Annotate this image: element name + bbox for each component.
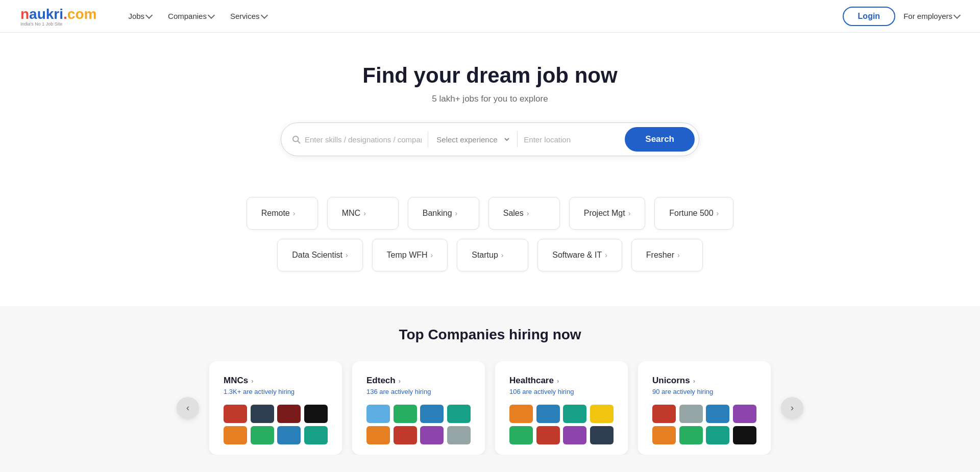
login-button[interactable]: Login [843, 7, 896, 26]
jobs-chevron-icon [145, 12, 153, 19]
company-card-unicorns[interactable]: Unicorns › 90 are actively hiring [638, 361, 771, 455]
company-card-mncs[interactable]: MNCs › 1.3K+ are actively hiring [209, 361, 342, 455]
for-employers-label: For employers [903, 12, 952, 20]
chip-arrow-icon: › [501, 251, 504, 259]
chip-arrow-icon: › [431, 251, 433, 259]
company-logo [509, 426, 533, 444]
logo-n: n [20, 6, 29, 22]
logo-aukri: aukri [29, 6, 63, 22]
company-logo [733, 426, 756, 444]
category-label: MNC [342, 209, 360, 218]
location-input[interactable] [524, 135, 621, 144]
company-card-subtitle: 90 are actively hiring [652, 388, 756, 395]
company-logo [366, 405, 390, 423]
categories-section: Remote ›MNC ›Banking ›Sales ›Project Mgt… [0, 187, 980, 306]
nav-companies[interactable]: Companies [161, 8, 221, 24]
card-arrow-icon: › [557, 377, 559, 385]
category-chip-project-mgt[interactable]: Project Mgt › [569, 197, 646, 230]
company-card-edtech[interactable]: Edtech › 136 are actively hiring [352, 361, 485, 455]
company-logo [277, 426, 301, 444]
chevron-right-icon: › [791, 403, 794, 413]
company-logos-grid [652, 405, 756, 444]
companies-carousel: ‹ MNCs › 1.3K+ are actively hiring Edtec… [0, 361, 980, 455]
companies-section: Top Companies hiring now ‹ MNCs › 1.3K+ … [0, 306, 980, 465]
company-logo [420, 426, 444, 444]
company-logo [224, 405, 247, 423]
category-chip-banking[interactable]: Banking › [408, 197, 479, 230]
chip-arrow-icon: › [527, 209, 529, 217]
chip-arrow-icon: › [605, 251, 607, 259]
company-logo [536, 405, 560, 423]
category-chip-sales[interactable]: Sales › [488, 197, 560, 230]
company-logo [536, 426, 560, 444]
company-card-subtitle: 106 are actively hiring [509, 388, 614, 395]
category-label: Fresher [646, 251, 674, 260]
site-logo[interactable]: naukri.com India's No 1 Job Site [20, 6, 96, 27]
company-card-title: Unicorns › [652, 376, 756, 386]
category-chip-temp-wfh[interactable]: Temp WFH › [372, 239, 448, 271]
company-card-healthcare[interactable]: Healthcare › 106 are actively hiring [495, 361, 628, 455]
company-card-subtitle: 1.3K+ are actively hiring [224, 388, 328, 395]
company-logos-grid [224, 405, 328, 444]
card-arrow-icon: › [399, 377, 401, 385]
svg-point-0 [293, 136, 299, 142]
company-logo [679, 426, 703, 444]
company-logos-grid [366, 405, 471, 444]
category-label: Startup [472, 251, 498, 260]
company-card-title: Healthcare › [509, 376, 614, 386]
company-card-title: Edtech › [366, 376, 471, 386]
category-chip-mnc[interactable]: MNC › [327, 197, 399, 230]
category-chip-data-scientist[interactable]: Data Scientist › [277, 239, 362, 271]
company-logo [251, 405, 274, 423]
hero-subtitle: 5 lakh+ jobs for you to explore [0, 94, 980, 104]
chevron-left-icon: ‹ [186, 403, 189, 413]
nav-links: Jobs Companies Services [121, 8, 842, 24]
experience-select[interactable]: Select experience Fresher 1 year 2 years… [434, 135, 511, 144]
company-card-title: MNCs › [224, 376, 328, 386]
search-bar: Select experience Fresher 1 year 2 years… [281, 122, 699, 156]
category-chip-software-it[interactable]: Software & IT › [537, 239, 622, 271]
category-chip-fresher[interactable]: Fresher › [631, 239, 703, 271]
category-chip-startup[interactable]: Startup › [457, 239, 528, 271]
category-chip-fortune-500[interactable]: Fortune 500 › [654, 197, 733, 230]
search-icon [291, 135, 301, 144]
chip-arrow-icon: › [717, 209, 719, 217]
nav-jobs[interactable]: Jobs [121, 8, 159, 24]
categories-row-2: Data Scientist ›Temp WFH ›Startup ›Softw… [0, 239, 980, 271]
chip-arrow-icon: › [628, 209, 631, 217]
company-logo [224, 426, 247, 444]
logo-tagline: India's No 1 Job Site [20, 21, 62, 27]
category-label: Data Scientist [292, 251, 342, 260]
search-divider-2 [517, 131, 518, 147]
company-logo [563, 405, 586, 423]
employers-chevron-icon [953, 12, 961, 19]
company-logo [304, 405, 328, 423]
category-label: Fortune 500 [669, 209, 713, 218]
company-logo [706, 405, 729, 423]
companies-title: Top Companies hiring now [0, 327, 980, 343]
chip-arrow-icon: › [363, 209, 366, 217]
nav-services[interactable]: Services [223, 8, 274, 24]
company-logo [277, 405, 301, 423]
chip-arrow-icon: › [677, 251, 680, 259]
skills-input[interactable] [305, 135, 422, 144]
card-arrow-icon: › [251, 377, 253, 385]
company-logo [563, 426, 586, 444]
company-logos-grid [509, 405, 614, 444]
for-employers-menu[interactable]: For employers [903, 12, 960, 20]
nav-right: Login For employers [843, 7, 960, 26]
company-logo [420, 405, 444, 423]
company-logo [447, 405, 471, 423]
carousel-prev-button[interactable]: ‹ [177, 397, 199, 419]
company-logo [679, 405, 703, 423]
search-button[interactable]: Search [625, 127, 695, 152]
category-chip-remote[interactable]: Remote › [247, 197, 318, 230]
chip-arrow-icon: › [346, 251, 348, 259]
company-logo [652, 405, 676, 423]
carousel-next-button[interactable]: › [781, 397, 803, 419]
search-divider [428, 131, 428, 147]
company-logo [590, 426, 614, 444]
companies-chevron-icon [208, 12, 215, 19]
navbar: naukri.com India's No 1 Job Site Jobs Co… [0, 0, 980, 33]
category-label: Project Mgt [584, 209, 625, 218]
